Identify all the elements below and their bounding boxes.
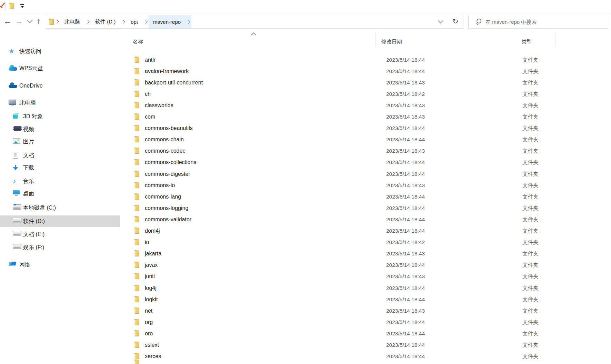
- sidebar-item-8[interactable]: 下载: [0, 162, 120, 174]
- file-row[interactable]: oro2023/5/14 18:44文件夹: [121, 328, 611, 339]
- file-row[interactable]: commons-validator2023/5/14 18:44文件夹: [121, 214, 611, 225]
- file-row[interactable]: ch2023/5/14 18:42文件夹: [121, 88, 611, 100]
- column-header-date-modified[interactable]: 修改日期: [381, 39, 402, 45]
- file-row[interactable]: com2023/5/14 18:43文件夹: [121, 111, 611, 122]
- breadcrumb-segment-maven-repo[interactable]: maven-repo: [149, 15, 185, 28]
- file-row[interactable]: dom4j2023/5/14 18:44文件夹: [121, 225, 611, 236]
- column-resize-handle[interactable]: [518, 32, 518, 47]
- file-row[interactable]: antlr2023/5/14 18:44文件夹: [121, 54, 611, 65]
- file-type: 文件夹: [522, 214, 539, 225]
- sidebar-item-4[interactable]: 3D 对象: [0, 111, 120, 122]
- music-icon: ♪: [13, 178, 20, 185]
- column-header-type[interactable]: 类型: [521, 39, 532, 45]
- file-row[interactable]: org2023/5/14 18:44文件夹: [121, 316, 611, 328]
- sidebar-item-5[interactable]: 视频: [0, 123, 120, 135]
- column-resize-handle[interactable]: [375, 32, 375, 47]
- file-row[interactable]: backport-util-concurrent2023/5/14 18:43文…: [121, 77, 611, 88]
- file-name: commons-beanutils: [145, 122, 193, 134]
- breadcrumb-chevron-icon[interactable]: [142, 15, 149, 28]
- file-date-modified: 2023/5/14 18:44: [386, 259, 425, 271]
- address-bar[interactable]: 此电脑 软件 (D:) opt maven-repo ↻: [46, 15, 463, 29]
- qat-folder-icon[interactable]: [9, 3, 14, 9]
- star-icon: ★: [9, 48, 16, 55]
- address-dropdown-button[interactable]: [435, 15, 445, 28]
- sidebar-item-13[interactable]: 文档 (E:): [0, 229, 120, 240]
- file-date-modified: 2023/5/14 18:44: [386, 328, 425, 339]
- file-type: 文件夹: [522, 259, 539, 271]
- sidebar-item-6[interactable]: 图片: [0, 136, 120, 148]
- sidebar-item-1[interactable]: WPS云盘: [0, 62, 120, 74]
- file-date-modified: 2023/5/14 18:43: [386, 111, 425, 122]
- pictures-icon: [13, 138, 20, 144]
- file-date-modified: 2023/5/14 18:44: [386, 54, 425, 65]
- sidebar-item-14[interactable]: 娱乐 (F:): [0, 242, 120, 253]
- file-row[interactable]: commons-beanutils2023/5/14 18:44文件夹: [121, 122, 611, 134]
- forward-button[interactable]: →: [13, 14, 24, 28]
- file-row[interactable]: junit2023/5/14 18:43文件夹: [121, 271, 611, 282]
- sidebar-item-2[interactable]: OneDrive: [0, 80, 120, 92]
- refresh-button[interactable]: ↻: [450, 15, 461, 28]
- sidebar-item-label: 下载: [23, 162, 34, 174]
- folder-icon: [134, 79, 139, 85]
- file-name: commons-validator: [145, 214, 191, 225]
- sidebar-item-0[interactable]: ★快速访问: [0, 46, 120, 57]
- file-name: logkit: [145, 294, 158, 305]
- up-button[interactable]: ↑: [33, 14, 44, 28]
- folder-icon: [134, 171, 139, 177]
- file-name: sslext: [145, 339, 159, 351]
- back-button[interactable]: ←: [2, 14, 13, 28]
- address-bar-divider: [449, 17, 449, 26]
- file-type: 文件夹: [522, 65, 539, 77]
- file-name: dom4j: [145, 225, 160, 236]
- file-row[interactable]: commons-io2023/5/14 18:43文件夹: [121, 180, 611, 191]
- sidebar-item-9[interactable]: ♪音乐: [0, 175, 120, 187]
- file-row[interactable]: sslext2023/5/14 18:44文件夹: [121, 339, 611, 351]
- file-row[interactable]: log4j2023/5/14 18:44文件夹: [121, 282, 611, 294]
- file-date-modified: 2023/5/14 18:44: [386, 282, 425, 294]
- file-row[interactable]: commons-codec2023/5/14 18:43文件夹: [121, 145, 611, 156]
- documents-icon: [13, 152, 18, 159]
- folder-icon: [134, 307, 139, 314]
- file-row[interactable]: commons-digester2023/5/14 18:44文件夹: [121, 168, 611, 180]
- breadcrumb-chevron-icon[interactable]: [54, 15, 60, 28]
- sidebar-item-7[interactable]: 文档: [0, 150, 120, 161]
- file-date-modified: 2023/5/14 18:44: [386, 122, 425, 134]
- sidebar-item-label: 桌面: [23, 188, 34, 200]
- qat-toolbar-dropdown-icon[interactable]: [20, 4, 25, 8]
- file-type: 文件夹: [522, 282, 539, 294]
- sidebar-item-label: 图片: [23, 136, 34, 148]
- column-resize-handle[interactable]: [555, 32, 555, 47]
- file-row-partial[interactable]: [121, 360, 611, 364]
- disk-icon: [13, 231, 21, 236]
- search-input[interactable]: [485, 19, 608, 25]
- sidebar-item-11[interactable]: 本地磁盘 (C:): [0, 202, 120, 214]
- file-row[interactable]: commons-chain2023/5/14 18:44文件夹: [121, 134, 611, 145]
- file-type: 文件夹: [522, 328, 539, 339]
- breadcrumb-segment-opt[interactable]: opt: [126, 15, 142, 28]
- file-row[interactable]: jakarta2023/5/14 18:43文件夹: [121, 248, 611, 259]
- file-row[interactable]: logkit2023/5/14 18:44文件夹: [121, 294, 611, 305]
- sidebar-item-3[interactable]: 此电脑: [0, 97, 120, 109]
- qat-check-icon[interactable]: [0, 2, 6, 11]
- file-row[interactable]: classworlds2023/5/14 18:43文件夹: [121, 100, 611, 111]
- file-type: 文件夹: [522, 100, 539, 111]
- breadcrumb-segment-this-pc[interactable]: 此电脑: [60, 15, 84, 28]
- file-row[interactable]: commons-logging2023/5/14 18:44文件夹: [121, 202, 611, 214]
- folder-icon: [134, 250, 139, 256]
- breadcrumb-chevron-icon[interactable]: [84, 15, 91, 28]
- sidebar-item-15[interactable]: 网络: [0, 259, 120, 271]
- breadcrumb-chevron-icon[interactable]: [185, 15, 191, 28]
- sidebar-item-label: 视频: [23, 123, 34, 135]
- file-row[interactable]: io2023/5/14 18:42文件夹: [121, 236, 611, 248]
- breadcrumb-segment-drive-d[interactable]: 软件 (D:): [91, 15, 120, 28]
- file-date-modified: 2023/5/14 18:44: [386, 191, 425, 202]
- sidebar-item-10[interactable]: 桌面: [0, 188, 120, 200]
- breadcrumb-chevron-icon[interactable]: [120, 15, 126, 28]
- file-row[interactable]: avalon-framework2023/5/14 18:44文件夹: [121, 65, 611, 77]
- column-header-name[interactable]: 名称: [133, 39, 143, 45]
- file-row[interactable]: commons-collections2023/5/14 18:44文件夹: [121, 156, 611, 168]
- file-row[interactable]: commons-lang2023/5/14 18:44文件夹: [121, 191, 611, 202]
- sidebar-item-12[interactable]: 软件 (D:): [0, 215, 120, 227]
- file-row[interactable]: javax2023/5/14 18:44文件夹: [121, 259, 611, 271]
- file-row[interactable]: net2023/5/14 18:43文件夹: [121, 305, 611, 316]
